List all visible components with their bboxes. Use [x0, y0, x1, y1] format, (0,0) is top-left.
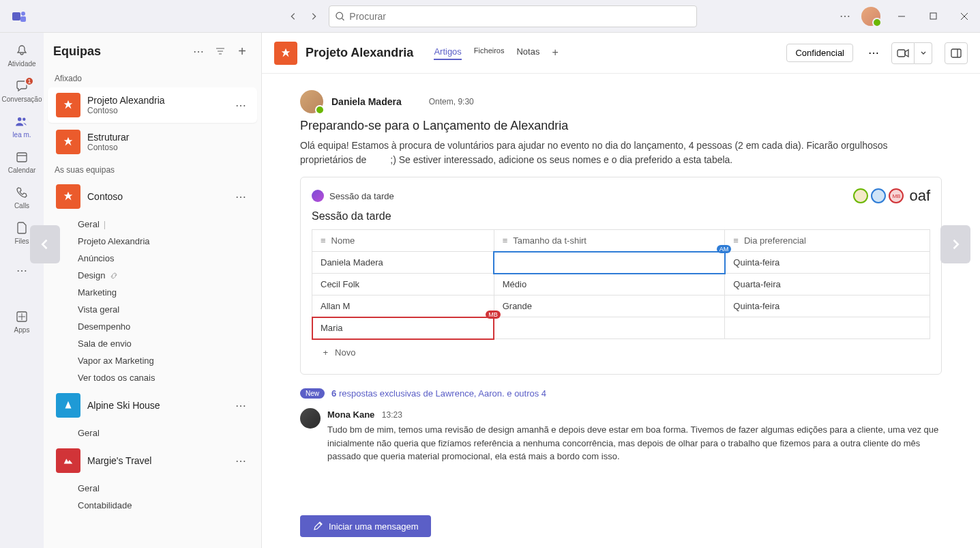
rail-label: Files [14, 237, 29, 245]
channel-see-all[interactable]: Ver todos os canais [44, 369, 261, 386]
svg-rect-11 [17, 153, 27, 162]
titlebar-more-button[interactable]: ⋯ [834, 5, 856, 27]
team-more-button[interactable]: ⋯ [233, 99, 249, 112]
titlebar: ⋯ [0, 0, 980, 33]
sidebar-filter-button[interactable] [211, 42, 230, 61]
table-row[interactable]: MariaMB [312, 317, 930, 339]
tab-artigos[interactable]: Artigos [434, 46, 461, 60]
svg-rect-20 [951, 49, 961, 57]
team-icon [56, 448, 80, 473]
close-button[interactable] [949, 0, 980, 33]
channel-desempenho[interactable]: Desempenho [44, 318, 261, 335]
maximize-button[interactable] [917, 0, 949, 33]
channel-contabilidade[interactable]: Contabilidade [44, 497, 261, 514]
channel-vista-geral[interactable]: Vista geral [44, 301, 261, 318]
panel-button[interactable] [945, 42, 968, 64]
signup-table[interactable]: ≡Nome ≡Tamanho da t-shirt ≡Dia preferenc… [312, 229, 930, 363]
sidebar-team-alpine[interactable]: Alpine Ski House ⋯ [48, 388, 257, 423]
team-name: Estruturar [87, 132, 249, 143]
channel-marketing[interactable]: Marketing [44, 284, 261, 301]
channel-projeto-alexandria[interactable]: Projeto Alexandria [44, 233, 261, 250]
search-box[interactable] [329, 5, 697, 27]
table-row[interactable]: Allan MGrandeQuinta-feira [312, 295, 930, 317]
header-more-button[interactable]: ⋯ [868, 46, 879, 59]
replies-summary[interactable]: New 6 respostas exclusivas de Lawrence, … [300, 388, 942, 399]
channel-anuncios[interactable]: Anúncios [44, 250, 261, 267]
reply-body: Tudo bm de mim, temos uma revisão de des… [327, 423, 942, 463]
add-row[interactable]: +Novo [312, 339, 930, 364]
user-avatar[interactable] [861, 7, 880, 26]
svg-rect-2 [20, 16, 26, 22]
channel-geral[interactable]: Geral| [44, 216, 261, 233]
table-row[interactable]: Daniela Madera AM Quinta-feira [312, 252, 930, 274]
search-icon [335, 11, 345, 22]
file-icon [14, 220, 30, 236]
reply: Mona Kane 13:23 Tudo bm de mim, temos um… [300, 408, 942, 463]
embed-app-title: Sessão da tarde [329, 191, 848, 201]
link-icon [109, 271, 119, 280]
rail-apps[interactable]: Apps [0, 303, 44, 338]
presence-badge: AM [717, 245, 732, 253]
rail-calendar[interactable]: Calendar [0, 143, 44, 179]
channel-vapor-ax[interactable]: Vapor ax Marketing [44, 352, 261, 369]
rail-label: Calendar [8, 167, 36, 174]
active-cell[interactable]: AM [494, 252, 725, 274]
rail-label: lea m. [12, 131, 31, 139]
table-row[interactable]: Cecil FolkMédioQuarta-feira [312, 274, 930, 295]
team-icon [56, 184, 80, 209]
content-area: Projeto Alexandria Artigos Ficheiros Not… [262, 33, 980, 548]
team-name: Contoso [87, 191, 226, 202]
rail-label: Apps [14, 326, 30, 334]
forward-button[interactable] [304, 7, 323, 26]
message-list[interactable]: Daniela Madera Ontem, 9:30 Preparando-se… [262, 74, 980, 548]
team-more-button[interactable]: ⋯ [233, 399, 249, 412]
col-day[interactable]: ≡Dia preferencial [725, 230, 930, 252]
svg-rect-19 [897, 50, 905, 57]
editing-cell[interactable]: MariaMB [312, 317, 494, 339]
tab-ficheiros[interactable]: Ficheiros [474, 46, 505, 60]
confidential-button[interactable]: Confidencial [786, 44, 853, 62]
team-more-button[interactable]: ⋯ [233, 190, 249, 203]
tab-add-button[interactable]: + [552, 46, 558, 60]
section-pinned: Afixado [44, 70, 261, 86]
channel-geral[interactable]: Geral [44, 480, 261, 497]
embed-code: oaf [909, 187, 930, 205]
reply-time: 13:23 [382, 410, 402, 420]
presence-avatar [871, 188, 886, 203]
carousel-prev[interactable] [30, 225, 60, 263]
channel-icon [274, 42, 297, 65]
meet-button[interactable] [891, 42, 915, 64]
back-button[interactable] [284, 7, 303, 26]
phone-icon [14, 184, 30, 201]
team-more-button[interactable]: ⋯ [233, 455, 249, 467]
channel-design[interactable]: Design [44, 267, 261, 284]
rail-activity[interactable]: Atividade [0, 37, 44, 72]
chevron-down-icon [920, 50, 927, 57]
meet-dropdown[interactable] [915, 42, 932, 64]
rail-teams[interactable]: lea m. [0, 108, 44, 143]
rail-calls[interactable]: Calls [0, 179, 44, 214]
svg-line-4 [342, 18, 344, 20]
people-icon [14, 113, 30, 130]
col-name[interactable]: ≡Nome [312, 230, 494, 252]
sidebar-team-contoso[interactable]: Contoso ⋯ [48, 179, 257, 214]
tab-notas[interactable]: Notas [516, 46, 539, 60]
sidebar-more-button[interactable]: ⋯ [189, 42, 208, 61]
col-size[interactable]: ≡Tamanho da t-shirt [494, 230, 725, 252]
sidebar-pinned-projeto-alexandria[interactable]: Projeto AlexandriaContoso ⋯ [48, 87, 257, 123]
minimize-button[interactable] [886, 0, 917, 33]
channel-sala-envio[interactable]: Sala de envio [44, 335, 261, 352]
team-sub: Contoso [87, 143, 249, 152]
sidebar-pinned-estruturar[interactable]: EstruturarContoso [48, 124, 257, 160]
teams-app-icon [0, 8, 38, 25]
compose-button[interactable]: Iniciar uma mensagem [300, 515, 431, 537]
sidebar-team-margies[interactable]: Margie's Travel ⋯ [48, 443, 257, 478]
compose-icon [312, 521, 323, 532]
rail-label: Calls [14, 202, 29, 210]
sidebar-add-button[interactable]: + [233, 42, 252, 61]
rail-chat[interactable]: 1 Conversação [0, 72, 44, 108]
avatar [300, 90, 323, 113]
search-input[interactable] [349, 11, 691, 22]
channel-geral[interactable]: Geral [44, 424, 261, 442]
carousel-next[interactable] [940, 225, 970, 263]
